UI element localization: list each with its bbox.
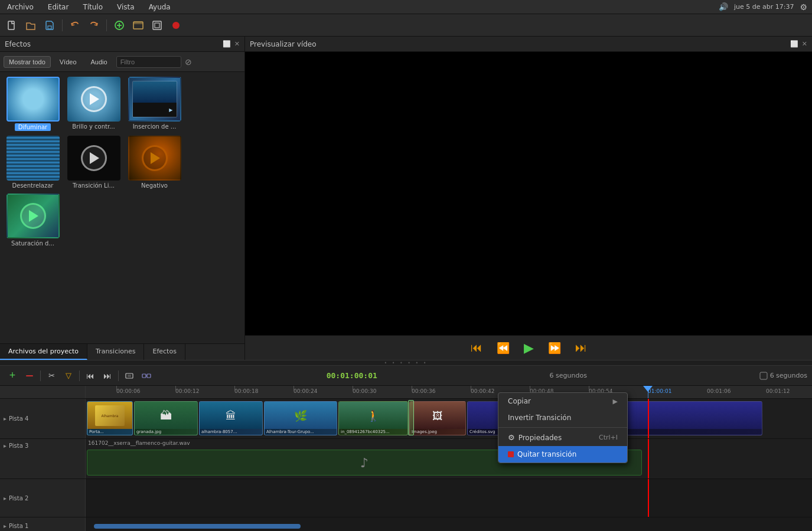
ctx-quitar[interactable]: Quitar transición <box>498 446 627 463</box>
effect-insercion[interactable]: ▶ Insercion de ... <box>126 77 182 131</box>
effect-negativo[interactable]: Negativo <box>126 136 182 189</box>
menu-editar[interactable]: Editar <box>45 2 71 12</box>
timeline-current-time: 00:01:00:01 <box>327 371 377 380</box>
effect-difuminar[interactable]: Difuminar <box>5 77 61 131</box>
panel-close-icon[interactable]: ✕ <box>234 40 240 48</box>
tl-link-button[interactable] <box>139 368 154 384</box>
settings-icon[interactable]: ⚙ <box>800 2 807 12</box>
clip-alhambra1[interactable]: 🏛 alhambra-8057... <box>199 401 263 435</box>
svg-point-9 <box>172 22 180 29</box>
clip-alhambra2[interactable]: 🌿 Alhambra-Tour-Grupo... <box>264 401 337 435</box>
clip-images[interactable]: 🖼 Images.jpeg <box>409 401 466 435</box>
timeline-zoom-label: 6 segundos <box>550 372 587 379</box>
tl-snap-button[interactable] <box>122 368 137 384</box>
clip-granada[interactable]: 🏔 granada.jpg <box>134 401 198 435</box>
tl-next-button[interactable]: ⏭ <box>100 368 115 384</box>
tl-filter-button[interactable]: ▽ <box>61 368 76 384</box>
record-button[interactable] <box>168 17 184 34</box>
effect-brillo[interactable]: Brillo y contr... <box>66 77 122 131</box>
ctx-propiedades[interactable]: ⚙ Propiedades Ctrl+I <box>498 429 627 446</box>
new-button[interactable] <box>4 17 20 34</box>
fast-forward-button[interactable]: ⏩ <box>546 339 563 357</box>
drag-handle[interactable]: • • • • • • <box>0 360 812 366</box>
effect-negativo-label: Negativo <box>141 182 168 189</box>
effect-difuminar-label: Difuminar <box>15 123 51 131</box>
timeline-toolbar: + ✂ ▽ ⏮ ⏭ 00:01:00:01 6 segundos 6 segun… <box>0 366 812 386</box>
tl-prev-button[interactable]: ⏮ <box>83 368 98 384</box>
ctx-copiar[interactable]: Copiar ▶ <box>498 393 627 409</box>
tab-efectos[interactable]: Efectos <box>144 344 185 360</box>
effect-desentrelazar[interactable]: Desentrelazar <box>5 136 61 189</box>
svg-rect-8 <box>155 23 159 28</box>
ctx-invertir[interactable]: Invertir Transición <box>498 409 627 426</box>
ruler-mark-6: 00:00:36 <box>412 388 435 394</box>
copiar-arrow-icon: ▶ <box>613 398 618 405</box>
effect-saturacion[interactable]: Saturación d... <box>5 194 61 247</box>
undo-button[interactable] <box>67 17 83 34</box>
open-button[interactable] <box>22 17 39 34</box>
timeline-scrollbar[interactable] <box>88 524 810 529</box>
effects-panel-title: Efectos <box>5 40 31 48</box>
preview-close-icon[interactable]: ✕ <box>802 40 807 48</box>
redo-button[interactable] <box>86 17 102 34</box>
clip-porta[interactable]: Alhambra Porta... <box>87 401 133 435</box>
tl-add-button[interactable]: + <box>5 368 20 384</box>
zoom-icon <box>759 372 768 380</box>
menu-titulo[interactable]: Título <box>80 2 105 12</box>
ruler-mark-11: 00:01:06 <box>707 388 731 394</box>
track-4-content: Alhambra Porta... 🏔 granada.jpg <box>86 399 812 438</box>
tl-remove-button[interactable] <box>22 368 37 384</box>
track-2-label: Pista 2 <box>9 495 28 502</box>
menu-archivo[interactable]: Archivo <box>5 2 36 12</box>
bottom-tabs: Archivos del proyecto Transiciones Efect… <box>0 343 244 360</box>
music-note-icon: ♪ <box>360 455 369 470</box>
tab-transiciones[interactable]: Transiciones <box>87 344 144 360</box>
volume-icon: 🔊 <box>719 2 728 11</box>
svg-rect-10 <box>26 375 33 376</box>
clip-button[interactable] <box>130 17 146 34</box>
tab-archivos[interactable]: Archivos del proyecto <box>0 344 87 360</box>
tl-cut-button[interactable]: ✂ <box>44 368 59 384</box>
propiedades-shortcut: Ctrl+I <box>599 434 618 441</box>
clip-in[interactable]: 🚶 in_08941267bc40325... <box>338 401 408 435</box>
playhead-line <box>648 399 649 438</box>
panel-minimize-icon[interactable]: ⬜ <box>223 40 231 48</box>
add-clip-button[interactable] <box>111 17 128 34</box>
filter-audio-button[interactable]: Audio <box>86 56 113 68</box>
fullscreen-button[interactable] <box>149 17 165 34</box>
gear-icon: ⚙ <box>508 433 515 442</box>
track-2: ▸ Pista 2 <box>0 479 812 517</box>
preview-minimize-icon[interactable]: ⬜ <box>790 40 798 48</box>
ruler-mark-7: 00:00:42 <box>471 388 494 394</box>
track-4-label: Pista 4 <box>9 415 28 422</box>
preview-panel: Previsualizar vídeo ⬜ ✕ ⏮ ⏪ ▶ ⏩ ⏭ <box>245 37 812 360</box>
track-2-content <box>86 479 812 517</box>
track-1: ▸ Pista 1 <box>0 517 812 531</box>
go-end-button[interactable]: ⏭ <box>573 339 589 357</box>
ruler-mark-12: 00:01:12 <box>766 388 790 394</box>
transition-marker[interactable] <box>408 400 414 435</box>
filter-clear-button[interactable]: ⊘ <box>185 57 192 67</box>
preview-viewport <box>245 52 812 335</box>
ruler-mark-5: 00:00:30 <box>353 388 376 394</box>
go-start-button[interactable]: ⏮ <box>468 339 485 357</box>
timeline-ruler: 00:00:06 00:00:12 00:00:18 00:00:24 00:0… <box>0 386 812 399</box>
svg-rect-12 <box>128 375 131 377</box>
effect-saturacion-label: Saturación d... <box>11 240 54 247</box>
svg-rect-16 <box>760 372 767 379</box>
play-button[interactable]: ▶ <box>521 338 536 358</box>
filter-all-button[interactable]: Mostrar todo <box>4 56 51 68</box>
timeline-area: + ✂ ▽ ⏮ ⏭ 00:01:00:01 6 segundos 6 segun… <box>0 366 812 531</box>
save-button[interactable] <box>41 17 58 34</box>
filter-input[interactable] <box>116 56 181 68</box>
menu-ayuda[interactable]: Ayuda <box>146 2 173 12</box>
preview-controls: ⏮ ⏪ ▶ ⏩ ⏭ <box>245 335 812 360</box>
track-3-content: 161702__xserra__flamenco-guitar.wav ♪ <box>86 439 812 478</box>
rewind-button[interactable]: ⏪ <box>494 339 512 357</box>
effect-transicion[interactable]: Transición Li... <box>66 136 122 189</box>
svg-rect-6 <box>133 22 143 24</box>
filter-video-button[interactable]: Vídeo <box>54 56 82 68</box>
context-menu: Copiar ▶ Invertir Transición ⚙ Propiedad… <box>498 392 628 463</box>
svg-rect-0 <box>8 21 14 30</box>
menu-vista[interactable]: Vista <box>115 2 137 12</box>
